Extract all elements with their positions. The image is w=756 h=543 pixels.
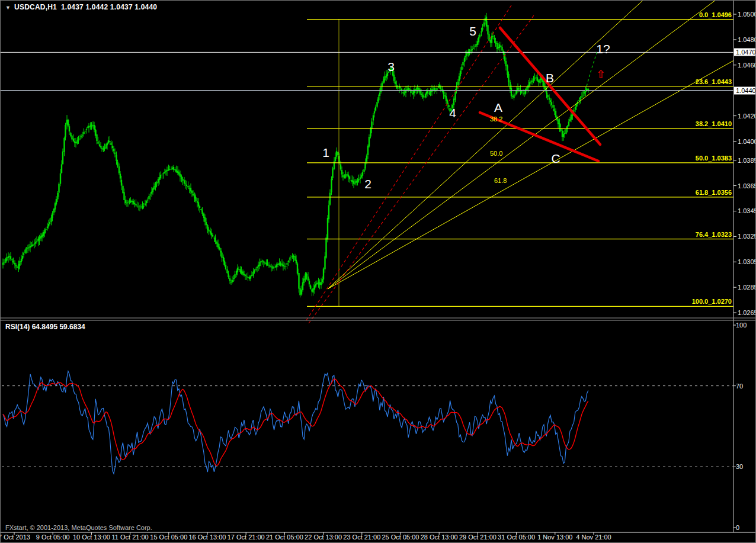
symbol-period-label: USDCAD,H1: [14, 3, 57, 11]
time-axis-label: 4 Nov 21:00: [576, 534, 611, 541]
fibo-fan-ray[interactable]: [328, 1, 715, 289]
ohlc-readout: 1.0437 1.0442 1.0437 1.0440: [61, 3, 157, 11]
price-tag: 1.0470: [734, 49, 756, 56]
price-axis-tick: 1.0480: [738, 36, 756, 43]
fan-ray-label: 50.0: [490, 150, 502, 157]
time-axis-label: 10 Oct 13:00: [73, 534, 110, 541]
price-axis-tick: 1.0385: [738, 157, 756, 164]
price-axis-tick: 1.0420: [738, 113, 756, 120]
price-axis-tick: 1.0285: [738, 284, 756, 291]
mt4-chart-window: ▼USDCAD,H1 1.0437 1.0442 1.0437 1.0440 R…: [0, 0, 756, 543]
time-axis-label: 23 Oct 21:00: [343, 534, 380, 541]
pane-frame: [1, 1, 756, 535]
fibo-level-label: 0.0_1.0496: [699, 11, 732, 18]
red-dashed-trendline[interactable]: [309, 15, 534, 323]
price-axis-tick: 1.0365: [738, 182, 756, 189]
rsi-axis-tick: 70: [736, 383, 743, 390]
fibo-level-label: 50.0_1.0383: [696, 155, 732, 162]
fibo-fan-ray[interactable]: [328, 60, 733, 289]
fibo-level-label: 23.6_1.0443: [696, 78, 732, 85]
rsi-axis-tick: 30: [736, 463, 743, 470]
time-axis-label: 11 Oct 21:00: [112, 534, 149, 541]
time-axis-label: 16 Oct 13:00: [189, 534, 226, 541]
price-axis-tick: 1.0325: [738, 233, 756, 240]
projection-dashed-line[interactable]: [585, 52, 597, 91]
rsi-series: [2, 371, 733, 474]
price-axis-tick: 1.0460: [738, 62, 756, 69]
time-axis-label: 9 Oct 05:00: [36, 534, 70, 541]
wave-label-C: C: [551, 152, 560, 166]
time-axis-label: 17 Oct 21:00: [228, 534, 265, 541]
chevron-down-icon[interactable]: ▼: [5, 5, 11, 11]
fibo-level-label: 38.2_1.0410: [696, 120, 732, 127]
price-axis-tick: 1.0345: [738, 207, 756, 214]
time-axis-label: 7 Oct 2013: [0, 534, 30, 541]
fibo-fan-ray[interactable]: [328, 1, 643, 289]
wave-label-5: 5: [469, 24, 476, 38]
time-axis-label: 22 Oct 13:00: [305, 534, 342, 541]
rsi-main-line: [3, 371, 588, 474]
wave-label-2: 2: [364, 177, 371, 191]
fibo-level-label: 61.8_1.0356: [696, 189, 732, 196]
wave-label-B: B: [546, 71, 554, 85]
fan-ray-label: 38.2: [490, 115, 502, 123]
rsi-axis-tick: 0: [736, 524, 739, 531]
symbol-title[interactable]: ▼USDCAD,H1 1.0437 1.0442 1.0437 1.0440: [5, 3, 157, 11]
rsi-axis-tick: 100: [736, 322, 747, 329]
time-axis-label: 25 Oct 05:00: [382, 534, 419, 541]
time-axis-label: 31 Oct 05:00: [498, 534, 535, 541]
time-axis-label: 21 Oct 05:00: [266, 534, 303, 541]
price-axis-tick: 1.0265: [738, 309, 756, 316]
time-axis-label: 28 Oct 13:00: [421, 534, 458, 541]
time-axis-label: 15 Oct 05:00: [150, 534, 187, 541]
fibo-level-label: 100.0_1.0270: [692, 298, 732, 305]
rsi-indicator-label: RSI(14) 64.8495 59.6834: [5, 323, 85, 331]
price-axis-tick: 1.0500: [738, 11, 756, 18]
price-axis-tick: 1.0400: [738, 138, 756, 145]
up-arrow-icon[interactable]: ⇧: [596, 68, 606, 81]
wave-label-3: 3: [387, 60, 395, 74]
wave-label-4: 4: [449, 106, 456, 120]
wave-label-A: A: [494, 101, 502, 115]
fibo-level-label: 76.4_1.0323: [696, 231, 732, 238]
copyright-text: FXstart, © 2001-2013, MetaQuotes Softwar…: [5, 524, 152, 531]
chart-canvas[interactable]: [1, 1, 756, 543]
wave-label-1q: 1?: [596, 42, 610, 56]
price-tag: 1.0440: [734, 86, 756, 94]
fan-ray-label: 61.8: [494, 177, 507, 184]
wave-label-1: 1: [322, 146, 329, 160]
time-axis-label: 29 Oct 21:00: [459, 534, 496, 541]
price-axis-tick: 1.0305: [738, 258, 756, 265]
time-axis-label: 1 Nov 13:00: [537, 534, 572, 541]
rsi-signal-line: [3, 379, 588, 466]
